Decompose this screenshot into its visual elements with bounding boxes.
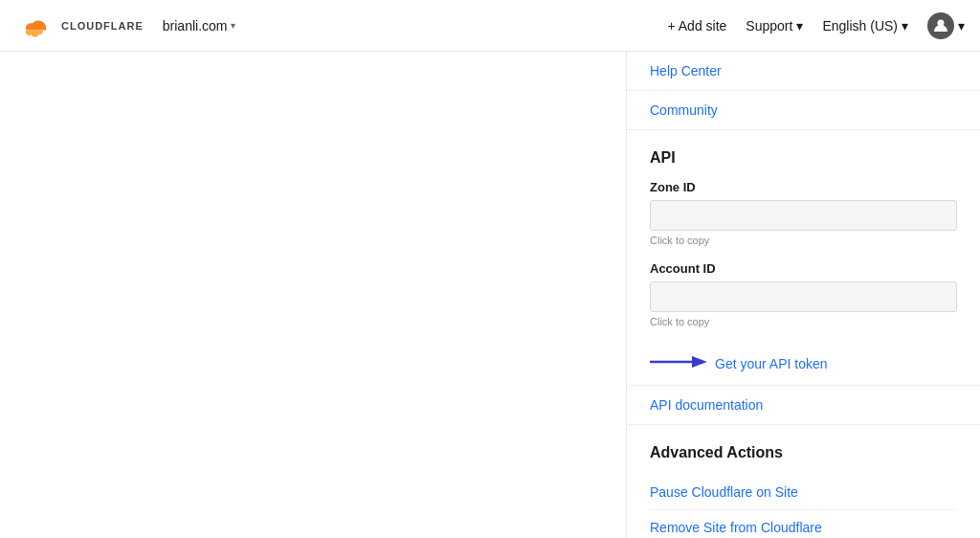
add-site-button[interactable]: + Add site — [667, 18, 726, 34]
zone-id-copy-hint: Click to copy — [650, 235, 957, 246]
avatar — [927, 12, 954, 39]
navbar: CLOUDFLARE brianli.com ▾ + Add site Supp… — [0, 0, 980, 52]
support-menu[interactable]: Support ▾ — [746, 18, 803, 34]
language-chevron-icon: ▾ — [902, 18, 908, 34]
zone-id-input[interactable] — [650, 200, 957, 231]
zone-id-label: Zone ID — [650, 180, 957, 194]
api-doc-link[interactable]: API documentation — [627, 386, 980, 425]
account-id-copy-hint: Click to copy — [650, 316, 957, 327]
logo-cloud-icon — [15, 13, 56, 38]
advanced-section-title: Advanced Actions — [650, 444, 957, 461]
navbar-actions: + Add site Support ▾ English (US) ▾ ▾ — [667, 12, 965, 39]
site-name: brianli.com — [163, 18, 228, 34]
community-link[interactable]: Community — [627, 91, 980, 130]
api-section-title: API — [650, 149, 957, 167]
support-label: Support — [746, 18, 792, 34]
remove-site-link[interactable]: Remove Site from Cloudflare — [650, 510, 957, 538]
help-center-link[interactable]: Help Center — [627, 52, 980, 91]
support-chevron-icon: ▾ — [796, 18, 803, 34]
user-icon — [933, 18, 948, 34]
arrow-right-icon — [650, 352, 707, 375]
pause-cloudflare-link[interactable]: Pause Cloudflare on Site — [650, 475, 957, 510]
site-chevron-icon: ▾ — [231, 20, 235, 31]
main-content: Help Center Community API Zone ID Click … — [0, 52, 980, 538]
user-menu[interactable]: ▾ — [927, 12, 965, 39]
cloudflare-logo[interactable]: CLOUDFLARE — [15, 13, 144, 38]
site-selector[interactable]: brianli.com ▾ — [163, 18, 236, 34]
svg-marker-2 — [692, 356, 707, 368]
api-token-row: Get your API token — [627, 343, 980, 386]
language-selector[interactable]: English (US) ▾ — [822, 18, 908, 34]
advanced-actions-section: Advanced Actions Pause Cloudflare on Sit… — [627, 425, 980, 538]
account-id-input[interactable] — [650, 281, 957, 312]
logo-text: CLOUDFLARE — [61, 20, 144, 32]
right-panel: Help Center Community API Zone ID Click … — [626, 52, 980, 538]
side-content: Help Center Community API Zone ID Click … — [627, 52, 980, 538]
language-label: English (US) — [822, 18, 898, 34]
api-token-link[interactable]: Get your API token — [715, 356, 828, 371]
arrow-svg — [650, 352, 707, 371]
user-chevron-icon: ▾ — [958, 18, 965, 34]
account-id-label: Account ID — [650, 261, 957, 276]
api-section: API Zone ID Click to copy Account ID Cli… — [627, 130, 980, 327]
left-panel — [0, 52, 626, 538]
